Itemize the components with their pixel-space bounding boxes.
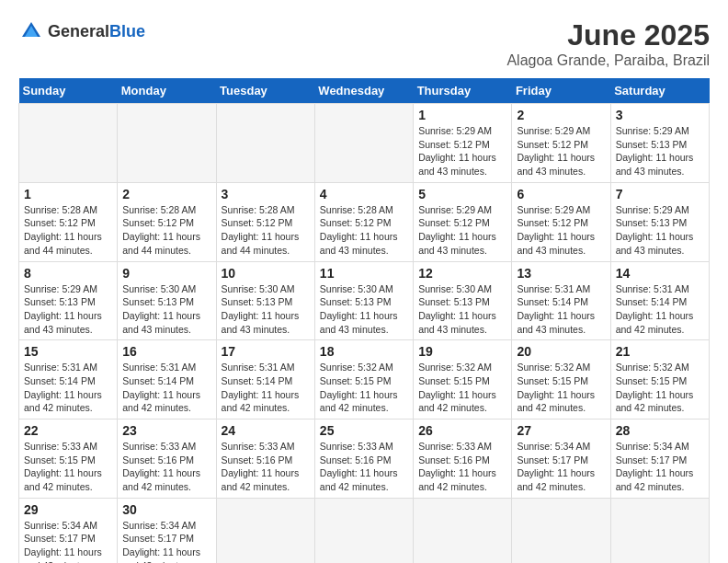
calendar-cell: 29Sunrise: 5:34 AMSunset: 5:17 PMDayligh… (19, 498, 118, 563)
day-info: Sunrise: 5:34 AMSunset: 5:17 PMDaylight:… (122, 519, 210, 563)
header-row: SundayMondayTuesdayWednesdayThursdayFrid… (19, 78, 710, 104)
day-info: Sunrise: 5:31 AMSunset: 5:14 PMDaylight:… (222, 361, 310, 415)
day-info: Sunrise: 5:32 AMSunset: 5:15 PMDaylight:… (418, 361, 506, 415)
day-info: Sunrise: 5:29 AMSunset: 5:13 PMDaylight:… (24, 282, 112, 337)
day-number: 1 (418, 108, 506, 122)
calendar-cell: 1Sunrise: 5:29 AMSunset: 5:12 PMDaylight… (414, 104, 512, 183)
day-info: Sunrise: 5:34 AMSunset: 5:17 PMDaylight:… (616, 440, 704, 494)
header-thursday: Thursday (414, 78, 512, 104)
week-row-4: 22Sunrise: 5:33 AMSunset: 5:15 PMDayligh… (19, 419, 710, 499)
day-number: 23 (122, 423, 210, 438)
calendar-cell: 9Sunrise: 5:30 AMSunset: 5:13 PMDaylight… (118, 261, 216, 340)
day-info: Sunrise: 5:29 AMSunset: 5:12 PMDaylight:… (517, 203, 605, 258)
header-friday: Friday (512, 78, 610, 104)
calendar-cell: 20Sunrise: 5:32 AMSunset: 5:15 PMDayligh… (512, 340, 610, 419)
calendar-cell: 21Sunrise: 5:32 AMSunset: 5:15 PMDayligh… (610, 340, 709, 419)
week-row-5: 29Sunrise: 5:34 AMSunset: 5:17 PMDayligh… (19, 498, 710, 563)
day-number: 8 (24, 266, 112, 281)
day-number: 9 (122, 266, 210, 281)
day-info: Sunrise: 5:29 AMSunset: 5:12 PMDaylight:… (418, 124, 506, 178)
calendar-cell: 5Sunrise: 5:29 AMSunset: 5:12 PMDaylight… (414, 182, 512, 261)
day-number: 24 (222, 423, 310, 438)
day-number: 30 (122, 502, 210, 517)
day-info: Sunrise: 5:33 AMSunset: 5:15 PMDaylight:… (24, 440, 112, 494)
calendar-cell: 10Sunrise: 5:30 AMSunset: 5:13 PMDayligh… (216, 261, 314, 340)
day-info: Sunrise: 5:31 AMSunset: 5:14 PMDaylight:… (122, 361, 210, 415)
header-wednesday: Wednesday (314, 78, 413, 104)
calendar-cell: 7Sunrise: 5:29 AMSunset: 5:13 PMDaylight… (610, 182, 709, 261)
day-info: Sunrise: 5:34 AMSunset: 5:17 PMDaylight:… (517, 440, 605, 494)
day-info: Sunrise: 5:32 AMSunset: 5:15 PMDaylight:… (517, 361, 605, 415)
day-number: 16 (122, 344, 210, 359)
calendar-cell: 19Sunrise: 5:32 AMSunset: 5:15 PMDayligh… (414, 340, 512, 419)
logo-general: General (48, 22, 109, 40)
calendar-cell: 27Sunrise: 5:34 AMSunset: 5:17 PMDayligh… (512, 419, 610, 499)
day-info: Sunrise: 5:32 AMSunset: 5:15 PMDaylight:… (320, 361, 408, 415)
calendar-cell: 14Sunrise: 5:31 AMSunset: 5:14 PMDayligh… (610, 261, 709, 340)
day-info: Sunrise: 5:33 AMSunset: 5:16 PMDaylight:… (320, 440, 408, 494)
calendar-cell: 15Sunrise: 5:31 AMSunset: 5:14 PMDayligh… (19, 340, 118, 419)
day-number: 25 (320, 423, 408, 438)
day-number: 10 (222, 266, 310, 281)
calendar-cell: 3Sunrise: 5:28 AMSunset: 5:12 PMDaylight… (216, 182, 314, 261)
header-tuesday: Tuesday (216, 78, 314, 104)
day-info: Sunrise: 5:28 AMSunset: 5:12 PMDaylight:… (24, 203, 112, 258)
logo-blue: Blue (109, 22, 145, 40)
calendar-cell (216, 498, 314, 563)
calendar-cell: 25Sunrise: 5:33 AMSunset: 5:16 PMDayligh… (314, 419, 413, 499)
calendar-table: SundayMondayTuesdayWednesdayThursdayFrid… (18, 78, 710, 563)
calendar-cell: 2Sunrise: 5:29 AMSunset: 5:12 PMDaylight… (512, 104, 610, 183)
logo: GeneralBlue (18, 18, 145, 44)
calendar-subtitle: Alagoa Grande, Paraiba, Brazil (506, 52, 710, 69)
day-number: 26 (418, 423, 506, 438)
day-info: Sunrise: 5:30 AMSunset: 5:13 PMDaylight:… (320, 282, 408, 337)
header-monday: Monday (118, 78, 216, 104)
day-info: Sunrise: 5:28 AMSunset: 5:12 PMDaylight:… (222, 203, 310, 258)
day-info: Sunrise: 5:28 AMSunset: 5:12 PMDaylight:… (122, 203, 210, 258)
day-info: Sunrise: 5:30 AMSunset: 5:13 PMDaylight:… (122, 282, 210, 337)
calendar-cell: 18Sunrise: 5:32 AMSunset: 5:15 PMDayligh… (314, 340, 413, 419)
day-number: 3 (222, 187, 310, 201)
day-number: 21 (616, 344, 704, 359)
calendar-cell: 26Sunrise: 5:33 AMSunset: 5:16 PMDayligh… (414, 419, 512, 499)
calendar-body: 1Sunrise: 5:29 AMSunset: 5:12 PMDaylight… (19, 104, 710, 564)
day-info: Sunrise: 5:31 AMSunset: 5:14 PMDaylight:… (24, 361, 112, 415)
calendar-cell: 8Sunrise: 5:29 AMSunset: 5:13 PMDaylight… (19, 261, 118, 340)
calendar-cell: 1Sunrise: 5:28 AMSunset: 5:12 PMDaylight… (19, 182, 118, 261)
day-info: Sunrise: 5:31 AMSunset: 5:14 PMDaylight:… (616, 282, 704, 337)
week-row-1: 1Sunrise: 5:28 AMSunset: 5:12 PMDaylight… (19, 182, 710, 261)
calendar-cell: 24Sunrise: 5:33 AMSunset: 5:16 PMDayligh… (216, 419, 314, 499)
calendar-cell: 23Sunrise: 5:33 AMSunset: 5:16 PMDayligh… (118, 419, 216, 499)
calendar-cell: 30Sunrise: 5:34 AMSunset: 5:17 PMDayligh… (118, 498, 216, 563)
calendar-cell (314, 104, 413, 183)
day-number: 5 (418, 187, 506, 201)
week-row-0: 1Sunrise: 5:29 AMSunset: 5:12 PMDaylight… (19, 104, 710, 183)
page-header: GeneralBlue June 2025 Alagoa Grande, Par… (18, 18, 710, 69)
calendar-cell: 12Sunrise: 5:30 AMSunset: 5:13 PMDayligh… (414, 261, 512, 340)
day-number: 14 (616, 266, 704, 281)
calendar-cell (414, 498, 512, 563)
calendar-cell: 13Sunrise: 5:31 AMSunset: 5:14 PMDayligh… (512, 261, 610, 340)
day-number: 18 (320, 344, 408, 359)
header-sunday: Sunday (19, 78, 118, 104)
day-number: 27 (517, 423, 605, 438)
day-number: 12 (418, 266, 506, 281)
day-number: 28 (616, 423, 704, 438)
day-number: 4 (320, 187, 408, 201)
calendar-cell (512, 498, 610, 563)
calendar-header: SundayMondayTuesdayWednesdayThursdayFrid… (19, 78, 710, 104)
calendar-cell: 22Sunrise: 5:33 AMSunset: 5:15 PMDayligh… (19, 419, 118, 499)
header-saturday: Saturday (610, 78, 709, 104)
calendar-cell: 6Sunrise: 5:29 AMSunset: 5:12 PMDaylight… (512, 182, 610, 261)
day-number: 15 (24, 344, 112, 359)
day-info: Sunrise: 5:29 AMSunset: 5:13 PMDaylight:… (616, 203, 704, 258)
calendar-cell: 16Sunrise: 5:31 AMSunset: 5:14 PMDayligh… (118, 340, 216, 419)
calendar-cell: 4Sunrise: 5:28 AMSunset: 5:12 PMDaylight… (314, 182, 413, 261)
day-info: Sunrise: 5:30 AMSunset: 5:13 PMDaylight:… (418, 282, 506, 337)
day-number: 19 (418, 344, 506, 359)
day-number: 20 (517, 344, 605, 359)
calendar-title: June 2025 (506, 18, 710, 52)
day-number: 17 (222, 344, 310, 359)
day-number: 13 (517, 266, 605, 281)
day-info: Sunrise: 5:29 AMSunset: 5:12 PMDaylight:… (418, 203, 506, 258)
